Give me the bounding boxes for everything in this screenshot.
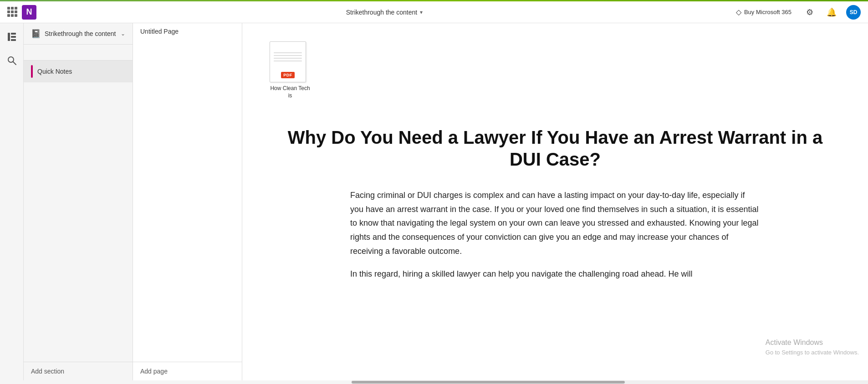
svg-rect-0 [8,33,10,41]
article-body: Facing criminal or DUI charges is comple… [350,188,760,281]
notebook-list-icon[interactable] [4,29,20,45]
title-bar-right: ◇ Buy Microsoft 365 ⚙ 🔔 SD [732,5,861,20]
main-layout: 📓 Strikethrough the content ⌄ Quick Note… [0,23,868,380]
settings-icon[interactable]: ⚙ [802,5,817,20]
add-section-button[interactable]: Add section [24,362,133,380]
pdf-badge: PDF [281,72,295,78]
sections-header: 📓 Strikethrough the content ⌄ [24,23,133,45]
sections-panel: 📓 Strikethrough the content ⌄ Quick Note… [24,23,133,380]
svg-rect-3 [11,39,16,41]
title-chevron[interactable]: ▾ [420,9,423,15]
title-bar-center[interactable]: Strikethrough the content ▾ [346,9,423,16]
pdf-attachment[interactable]: PDF How Clean Tech is [270,41,311,99]
avatar[interactable]: SD [846,5,861,20]
pdf-filename: How Clean Tech is [270,85,311,99]
app-title: Strikethrough the content [346,9,417,16]
diamond-icon: ◇ [736,8,741,16]
add-page-button[interactable]: Add page [133,362,242,380]
pdf-icon-box: PDF [270,41,306,82]
section-name: Quick Notes [37,68,72,75]
svg-rect-1 [11,33,16,35]
waffle-icon[interactable] [7,7,18,18]
page-item-untitled[interactable]: Untitled Page [133,23,242,40]
scrollbar-thumb[interactable] [352,381,625,384]
activation-line2: Go to Settings to activate Windows. [766,348,859,357]
notifications-icon[interactable]: 🔔 [824,5,839,20]
article-paragraph-1: Facing criminal or DUI charges is comple… [350,188,760,258]
pages-list: Untitled Page [133,23,242,362]
page-name: Untitled Page [140,28,179,35]
article-title: Why Do You Need a Lawyer If You Have an … [270,126,841,170]
content-area[interactable]: PDF How Clean Tech is Why Do You Need a … [242,23,868,380]
section-color-bar [31,65,33,78]
search-sidebar-icon[interactable] [4,52,20,69]
sidebar-left [0,23,24,380]
article-paragraph-2: In this regard, hiring a skilled lawyer … [350,267,760,281]
sections-header-chevron[interactable]: ⌄ [121,30,125,37]
sections-header-title: Strikethrough the content [45,30,117,37]
sections-list: Quick Notes [24,61,133,362]
notebook-icon: 📓 [31,29,41,39]
horizontal-scrollbar[interactable] [352,380,868,384]
buy-microsoft-button[interactable]: ◇ Buy Microsoft 365 [732,6,795,18]
svg-line-5 [13,62,16,65]
title-bar: N Strikethrough the content ▾ ◇ Buy Micr… [0,1,868,23]
pdf-page-lines [274,45,302,68]
search-input[interactable] [29,49,127,56]
buy-label: Buy Microsoft 365 [744,9,791,15]
search-area[interactable] [24,45,133,61]
svg-rect-2 [11,36,16,38]
pages-panel: Untitled Page Add page [133,23,242,380]
title-bar-left: N [7,5,36,20]
activation-watermark: Activate Windows Go to Settings to activ… [766,337,859,357]
activation-line1: Activate Windows [766,337,859,348]
onenote-logo[interactable]: N [22,5,36,20]
section-item-quick-notes[interactable]: Quick Notes [24,61,133,82]
